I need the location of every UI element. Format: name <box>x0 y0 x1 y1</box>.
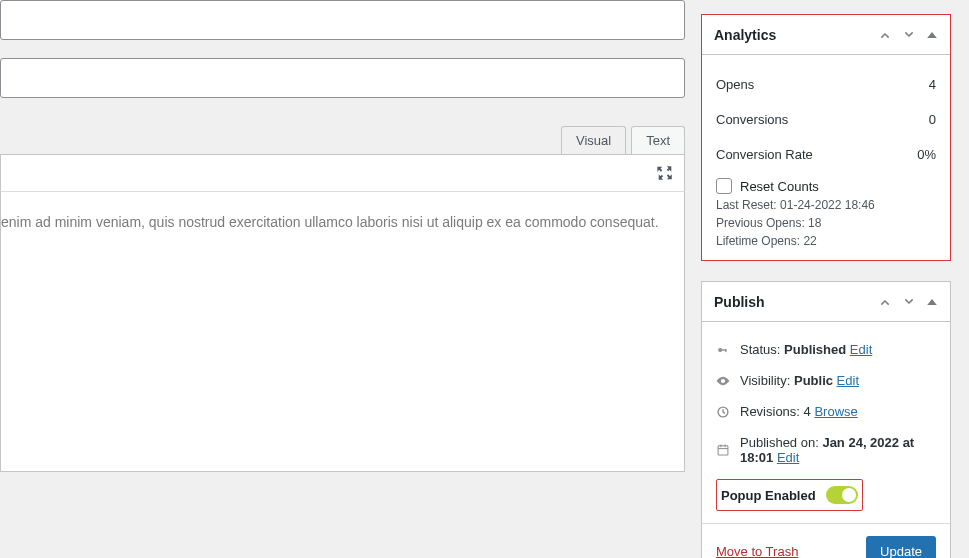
popup-enabled-label: Popup Enabled <box>721 488 816 503</box>
editor-toolbar <box>0 154 685 192</box>
published-on-row: Published on: Jan 24, 2022 at 18:01 Edit <box>716 427 936 473</box>
conversions-value: 0 <box>929 112 936 127</box>
editor-container: Visual Text enim ad minim veniam, quis n… <box>0 126 685 472</box>
publish-body: Status: Published Edit Visibility: Publi… <box>702 322 950 523</box>
publish-actions: Move to Trash Update <box>702 523 950 558</box>
visibility-edit-link[interactable]: Edit <box>837 373 859 388</box>
visibility-row: Visibility: Public Edit <box>716 365 936 396</box>
analytics-header: Analytics <box>702 15 950 55</box>
publish-header: Publish <box>702 282 950 322</box>
sidebar: Analytics Opens 4 Conversions 0 Conversi… <box>701 14 951 558</box>
publishedon-edit-link[interactable]: Edit <box>777 450 799 465</box>
chevron-down-icon[interactable] <box>902 28 916 42</box>
update-button[interactable]: Update <box>866 536 936 558</box>
lifetime-opens-line: Lifetime Opens: 22 <box>716 234 936 248</box>
key-icon <box>716 343 732 357</box>
status-edit-link[interactable]: Edit <box>850 342 872 357</box>
clock-icon <box>716 405 732 419</box>
chevron-up-icon[interactable] <box>878 295 892 309</box>
published-on-text: Published on: Jan 24, 2022 at 18:01 Edit <box>740 435 936 465</box>
publish-panel: Publish Status: Published Edit Visibilit… <box>701 281 951 558</box>
collapse-icon[interactable] <box>926 296 938 308</box>
analytics-panel: Analytics Opens 4 Conversions 0 Conversi… <box>701 14 951 261</box>
main-editor-area: Visual Text enim ad minim veniam, quis n… <box>0 0 685 472</box>
analytics-body: Opens 4 Conversions 0 Conversion Rate 0%… <box>702 55 950 260</box>
popup-enabled-row: Popup Enabled <box>716 479 863 511</box>
status-text: Status: Published Edit <box>740 342 872 357</box>
previous-opens-line: Previous Opens: 18 <box>716 216 936 230</box>
opens-value: 4 <box>929 77 936 92</box>
publish-title: Publish <box>714 294 765 310</box>
revisions-text: Revisions: 4 Browse <box>740 404 858 419</box>
conversions-label: Conversions <box>716 112 788 127</box>
reset-counts-checkbox[interactable] <box>716 178 732 194</box>
chevron-down-icon[interactable] <box>902 295 916 309</box>
editor-tabs: Visual Text <box>0 126 685 154</box>
revisions-browse-link[interactable]: Browse <box>814 404 857 419</box>
reset-counts-row: Reset Counts <box>716 178 936 194</box>
opens-row: Opens 4 <box>716 67 936 102</box>
text-tab[interactable]: Text <box>631 126 685 154</box>
popup-enabled-toggle[interactable] <box>826 486 858 504</box>
reset-counts-label: Reset Counts <box>740 179 819 194</box>
collapse-icon[interactable] <box>926 29 938 41</box>
editor-body[interactable]: enim ad minim veniam, quis nostrud exerc… <box>0 192 685 472</box>
conversion-rate-value: 0% <box>917 147 936 162</box>
eye-icon <box>716 374 732 388</box>
secondary-input[interactable] <box>0 58 685 98</box>
conversion-rate-label: Conversion Rate <box>716 147 813 162</box>
status-row: Status: Published Edit <box>716 334 936 365</box>
move-to-trash-link[interactable]: Move to Trash <box>716 544 798 558</box>
last-reset-line: Last Reset: 01-24-2022 18:46 <box>716 198 936 212</box>
visual-tab[interactable]: Visual <box>561 126 626 154</box>
visibility-text: Visibility: Public Edit <box>740 373 859 388</box>
revisions-row: Revisions: 4 Browse <box>716 396 936 427</box>
calendar-icon <box>716 443 732 457</box>
opens-label: Opens <box>716 77 754 92</box>
conversions-row: Conversions 0 <box>716 102 936 137</box>
chevron-up-icon[interactable] <box>878 28 892 42</box>
analytics-title: Analytics <box>714 27 776 43</box>
svg-rect-2 <box>725 349 726 352</box>
svg-rect-4 <box>718 446 728 455</box>
conversion-rate-row: Conversion Rate 0% <box>716 137 936 172</box>
editor-content-text: enim ad minim veniam, quis nostrud exerc… <box>1 212 684 233</box>
title-input[interactable] <box>0 0 685 40</box>
fullscreen-icon[interactable] <box>656 164 674 182</box>
